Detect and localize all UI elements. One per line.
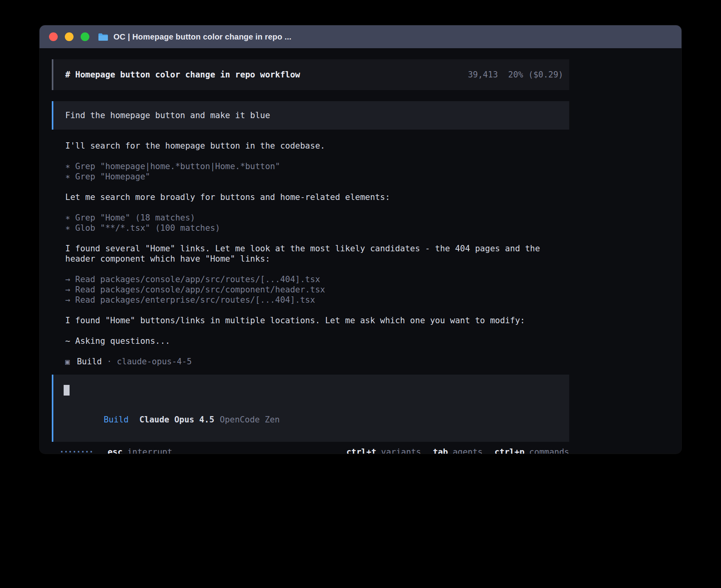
tool-call-line: → Read packages/console/app/src/componen…: [65, 285, 568, 295]
transcript-gap: [65, 346, 568, 356]
agent-model-name: claude-opus-4-5: [117, 357, 192, 366]
transcript-gap: [65, 202, 568, 213]
transcript-gap: [65, 305, 568, 315]
transcript-gap: [65, 151, 568, 161]
hint-label: agents: [453, 447, 483, 454]
assistant-text-line: I found "Home" buttons/links in multiple…: [65, 315, 568, 326]
agent-icon: ▣: [65, 357, 70, 366]
zoom-button[interactable]: [81, 32, 89, 41]
token-count: 39,413: [468, 70, 498, 79]
text-cursor: [64, 385, 70, 396]
tool-call-line: → Read packages/enterprise/src/routes/[.…: [65, 295, 568, 305]
user-message-panel: Find the homepage button and make it blu…: [52, 101, 569, 130]
status-bar: ········ escinterrupt ctrl+tvariantstaba…: [52, 447, 569, 454]
transcript-gap: [65, 182, 568, 192]
keyboard-hint-ctrl-p: ctrl+pcommands: [495, 447, 569, 454]
right-hints: ctrl+tvariantstabagentsctrl+pcommands: [346, 447, 569, 454]
transcript-gap: [65, 233, 568, 243]
provider-label: OpenCode Zen: [220, 415, 280, 424]
progress-spinner: ········: [59, 447, 93, 454]
session-stats: 39,41320%($0.29): [468, 70, 563, 79]
context-percentage: 20%: [508, 70, 523, 79]
session-cost: ($0.29): [528, 70, 563, 79]
hint-label: variants: [381, 447, 421, 454]
hint-key: esc: [108, 447, 123, 454]
tool-call-line: ∗ Grep "homepage|home.*button|Home.*butt…: [65, 161, 568, 172]
terminal-window: OC | Homepage button color change in rep…: [40, 25, 681, 454]
tool-call-line: ∗ Grep "Homepage": [65, 172, 568, 182]
agent-name: Build: [77, 357, 102, 366]
hint-label: commands: [529, 447, 569, 454]
left-hints: escinterrupt: [108, 447, 172, 454]
window-titlebar[interactable]: OC | Homepage button color change in rep…: [40, 25, 681, 48]
agent-separator: ·: [102, 357, 117, 366]
hint-key: tab: [433, 447, 448, 454]
session-title: # Homepage button color change in repo w…: [65, 70, 300, 79]
tool-call-line: ∗ Grep "Home" (18 matches): [65, 213, 568, 223]
conversation-transcript: I'll search for the homepage button in t…: [65, 141, 568, 367]
user-message-text: Find the homepage button and make it blu…: [65, 111, 270, 120]
agent-mode-label: Build: [104, 415, 128, 424]
terminal-content: # Homepage button color change in repo w…: [40, 48, 569, 454]
assistant-text-line: ~ Asking questions...: [65, 336, 568, 346]
assistant-text-line: I'll search for the homepage button in t…: [65, 141, 568, 151]
input-meta-row: BuildClaude Opus 4.5OpenCode Zen: [64, 405, 558, 434]
transcript-gap: [65, 264, 568, 274]
keyboard-hint-esc: escinterrupt: [108, 447, 172, 454]
hint-key: ctrl+p: [495, 447, 525, 454]
traffic-lights: [49, 32, 89, 41]
model-label: Claude Opus 4.5: [139, 415, 214, 424]
tool-call-line: ∗ Glob "**/*.tsx" (100 matches): [65, 223, 568, 233]
assistant-text-line: I found several "Home" links. Let me loo…: [65, 243, 568, 264]
close-button[interactable]: [49, 32, 58, 41]
tool-call-line: → Read packages/console/app/src/routes/[…: [65, 274, 568, 285]
hint-key: ctrl+t: [346, 447, 376, 454]
folder-icon: [98, 33, 108, 41]
assistant-text-line: Let me search more broadly for buttons a…: [65, 192, 568, 202]
status-left: ········ escinterrupt: [59, 447, 172, 454]
session-header: # Homepage button color change in repo w…: [52, 59, 569, 90]
keyboard-hint-tab: tabagents: [433, 447, 483, 454]
hint-label: interrupt: [127, 447, 172, 454]
transcript-gap: [65, 326, 568, 336]
prompt-input[interactable]: BuildClaude Opus 4.5OpenCode Zen: [52, 375, 569, 442]
window-title: OC | Homepage button color change in rep…: [113, 32, 291, 41]
minimize-button[interactable]: [65, 32, 74, 41]
agent-status-line: ▣Build · claude-opus-4-5: [65, 356, 568, 367]
keyboard-hint-ctrl-t: ctrl+tvariants: [346, 447, 421, 454]
